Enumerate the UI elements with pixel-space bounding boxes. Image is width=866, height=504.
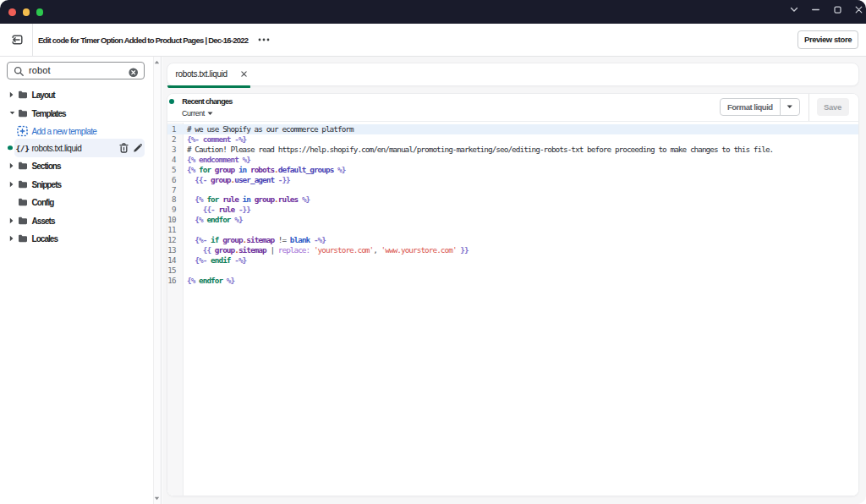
code-lines: 1# we use Shopify as our ecommerce platf… [167, 124, 858, 286]
sidebar-item-config[interactable]: Config [0, 193, 152, 211]
sidebar-item-label: Sections [32, 162, 61, 171]
preview-store-button[interactable]: Preview store [797, 30, 858, 50]
code-line-15[interactable]: 15 [167, 266, 858, 276]
line-number: 4 [167, 155, 184, 165]
code-editor[interactable]: 1# we use Shopify as our ecommerce platf… [167, 123, 858, 496]
code-line-6[interactable]: 6 {{- group.user_agent -}} [167, 175, 858, 185]
code-line-8[interactable]: 8 {% for rule in group.rules %} [167, 194, 858, 205]
clear-search-icon[interactable] [129, 66, 138, 75]
search-input[interactable]: robot [29, 63, 51, 79]
code-line-2[interactable]: 2{%- comment -%} [167, 134, 858, 145]
caret-down-icon [787, 105, 793, 109]
code-line-1[interactable]: 1# we use Shopify as our ecommerce platf… [167, 124, 858, 134]
sidebar-item-robots-txt-liquid[interactable]: {/}robots.txt.liquid [0, 139, 152, 157]
unsaved-changes-dot [169, 99, 174, 104]
overflow-menu-button[interactable] [254, 28, 274, 52]
sidebar-item-layout[interactable]: Layout [0, 86, 152, 105]
caret-right-icon[interactable] [9, 217, 15, 224]
traffic-light-minimize-icon[interactable] [23, 8, 30, 16]
sidebar-item-sections[interactable]: Sections [0, 157, 152, 176]
caret-right-icon[interactable] [9, 162, 15, 169]
toolbar-divider [808, 94, 809, 121]
code-text: {{ group.sitemap | replace: 'yourstore.c… [184, 245, 858, 255]
code-text: {%- endif -%} [184, 255, 858, 266]
caret-right-icon[interactable] [9, 235, 15, 242]
code-line-10[interactable]: 10 {% endfor %} [167, 215, 858, 225]
window-minimize-icon[interactable] [805, 0, 825, 22]
code-line-3[interactable]: 3# Caution! Please read https://help.sho… [167, 145, 858, 155]
code-line-14[interactable]: 14 {%- endif -%} [167, 255, 858, 266]
code-line-4[interactable]: 4{% endcomment %} [167, 155, 858, 165]
line-number: 2 [167, 134, 184, 145]
sidebar-item-templates[interactable]: Templates [0, 104, 152, 123]
code-line-13[interactable]: 13 {{ group.sitemap | replace: 'yourstor… [167, 245, 858, 255]
recent-changes-label: Recent changes [182, 97, 232, 107]
code-line-7[interactable]: 7 [167, 185, 858, 195]
header-divider [32, 24, 33, 56]
sidebar-item-label: Snippets [32, 179, 62, 189]
app-window: Edit code for Timer Option Added to Prod… [0, 0, 866, 504]
sidebar-item-label: Templates [32, 108, 66, 118]
unsaved-file-dot [8, 145, 13, 151]
add-template-icon [17, 126, 28, 137]
traffic-light-zoom-icon[interactable] [36, 8, 44, 16]
tab-close-icon[interactable] [238, 63, 249, 85]
save-button[interactable]: Save [817, 98, 849, 117]
format-liquid-button[interactable]: Format liquid [721, 99, 781, 116]
window-maximize-icon[interactable] [827, 0, 847, 22]
scroll-up-icon[interactable] [154, 58, 162, 67]
code-line-5[interactable]: 5{% for group in robots.default_groups %… [167, 165, 858, 175]
exit-code-editor-button[interactable] [7, 28, 27, 52]
code-text: {%- if group.sitemap != blank -%} [184, 235, 858, 245]
format-liquid-dropdown-button[interactable] [781, 99, 799, 116]
code-text: {% for rule in group.rules %} [184, 194, 858, 205]
exit-icon [11, 34, 24, 46]
folder-icon [17, 233, 28, 244]
sidebar-item-assets[interactable]: Assets [0, 211, 152, 230]
sidebar-item-label: Locales [32, 234, 58, 244]
folder-icon [17, 161, 28, 172]
chevron-down-icon [207, 112, 213, 116]
code-text [184, 266, 858, 276]
window-close-icon[interactable] [848, 0, 866, 22]
page-title: Edit code for Timer Option Added to Prod… [38, 24, 248, 56]
sidebar-scrollbar[interactable] [153, 57, 162, 504]
line-number: 14 [167, 255, 184, 266]
version-dropdown[interactable]: Current [182, 107, 213, 118]
code-text: {{- rule -}} [184, 205, 858, 215]
sidebar-item-add-a-new-template[interactable]: Add a new template [0, 123, 152, 141]
caret-right-icon[interactable] [9, 91, 15, 98]
code-line-16[interactable]: 16{% endfor %} [167, 276, 858, 286]
code-editor-panel: Recent changes Current Format liquid Sav… [167, 93, 859, 496]
line-number: 5 [167, 165, 184, 175]
tab-robots-txt-liquid[interactable]: robots.txt.liquid [176, 63, 227, 85]
line-number: 1 [167, 124, 184, 134]
code-line-12[interactable]: 12 {%- if group.sitemap != blank -%} [167, 235, 858, 245]
code-text: {{- group.user_agent -}} [184, 175, 858, 185]
traffic-light-close-icon[interactable] [8, 8, 16, 16]
line-number: 10 [167, 215, 184, 225]
folder-icon [17, 215, 28, 226]
caret-right-icon[interactable] [9, 181, 15, 188]
code-line-9[interactable]: 9 {{- rule -}} [167, 205, 858, 215]
line-number: 13 [167, 245, 184, 255]
window-chevron-down-icon[interactable] [784, 0, 804, 22]
code-text: {%- comment -%} [184, 134, 858, 145]
sidebar-item-label: robots.txt.liquid [32, 143, 82, 152]
rename-file-button[interactable] [131, 141, 145, 155]
code-text: {% for group in robots.default_groups %} [184, 165, 858, 175]
sidebar-item-locales[interactable]: Locales [0, 229, 152, 248]
code-text: {% endcomment %} [184, 155, 858, 165]
format-liquid-split-button: Format liquid [720, 98, 801, 117]
sidebar-item-label: Add a new template [32, 127, 97, 136]
scroll-down-icon[interactable] [154, 494, 162, 502]
code-text [184, 185, 858, 195]
line-number: 9 [167, 205, 184, 215]
line-number: 11 [167, 225, 184, 235]
delete-file-button[interactable] [117, 141, 130, 155]
code-line-11[interactable]: 11 [167, 225, 858, 235]
sidebar-item-snippets[interactable]: Snippets [0, 175, 152, 194]
caret-down-icon[interactable] [9, 110, 15, 117]
line-number: 15 [167, 266, 184, 276]
line-number: 7 [167, 185, 184, 195]
